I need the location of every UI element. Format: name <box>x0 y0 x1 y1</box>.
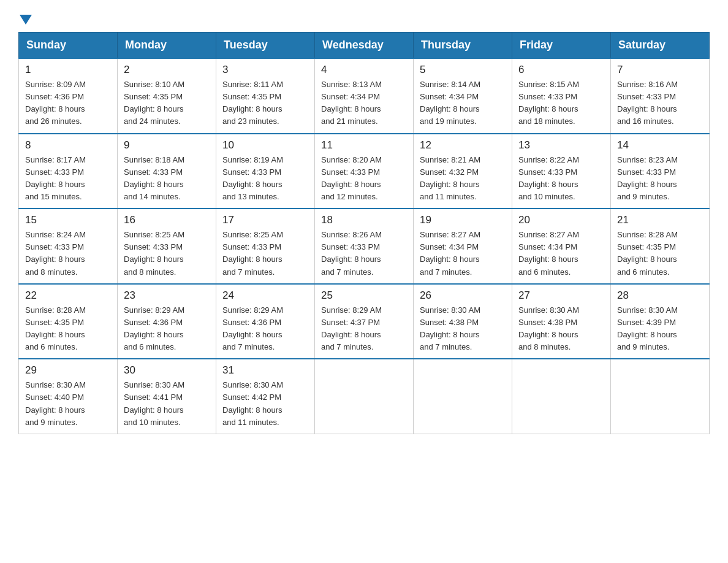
day-number: 6 <box>518 64 604 76</box>
day-number: 1 <box>25 64 111 76</box>
day-info: Sunrise: 8:29 AMSunset: 4:36 PMDaylight:… <box>124 304 210 354</box>
day-cell-8: 8Sunrise: 8:17 AMSunset: 4:33 PMDaylight… <box>19 134 118 209</box>
empty-cell <box>611 359 710 434</box>
day-info: Sunrise: 8:20 AMSunset: 4:33 PMDaylight:… <box>321 154 407 204</box>
logo-triangle-icon <box>20 13 32 26</box>
day-cell-24: 24Sunrise: 8:29 AMSunset: 4:36 PMDayligh… <box>216 284 315 359</box>
day-number: 8 <box>25 139 111 151</box>
day-info: Sunrise: 8:25 AMSunset: 4:33 PMDaylight:… <box>124 229 210 278</box>
day-cell-20: 20Sunrise: 8:27 AMSunset: 4:34 PMDayligh… <box>512 209 611 284</box>
day-info: Sunrise: 8:13 AMSunset: 4:34 PMDaylight:… <box>321 79 407 128</box>
week-row-1: 1Sunrise: 8:09 AMSunset: 4:36 PMDaylight… <box>19 58 710 134</box>
day-cell-3: 3Sunrise: 8:11 AMSunset: 4:35 PMDaylight… <box>216 58 315 134</box>
day-info: Sunrise: 8:21 AMSunset: 4:32 PMDaylight:… <box>420 154 506 204</box>
day-info: Sunrise: 8:25 AMSunset: 4:33 PMDaylight:… <box>222 229 308 278</box>
day-number: 25 <box>321 289 407 302</box>
day-cell-18: 18Sunrise: 8:26 AMSunset: 4:33 PMDayligh… <box>315 209 414 284</box>
day-cell-1: 1Sunrise: 8:09 AMSunset: 4:36 PMDaylight… <box>19 58 118 134</box>
day-number: 7 <box>617 64 703 76</box>
logo <box>18 12 32 26</box>
day-number: 17 <box>222 214 308 226</box>
day-info: Sunrise: 8:26 AMSunset: 4:33 PMDaylight:… <box>321 229 407 278</box>
day-info: Sunrise: 8:11 AMSunset: 4:35 PMDaylight:… <box>222 79 308 128</box>
day-number: 12 <box>420 139 506 151</box>
day-info: Sunrise: 8:19 AMSunset: 4:33 PMDaylight:… <box>222 154 308 204</box>
day-info: Sunrise: 8:24 AMSunset: 4:33 PMDaylight:… <box>25 229 111 278</box>
day-number: 27 <box>518 289 604 302</box>
day-cell-2: 2Sunrise: 8:10 AMSunset: 4:35 PMDaylight… <box>118 58 216 134</box>
day-info: Sunrise: 8:28 AMSunset: 4:35 PMDaylight:… <box>617 229 703 278</box>
header-saturday: Saturday <box>611 33 710 59</box>
svg-marker-0 <box>20 15 32 25</box>
day-number: 24 <box>222 289 308 302</box>
day-number: 13 <box>518 139 604 151</box>
day-cell-12: 12Sunrise: 8:21 AMSunset: 4:32 PMDayligh… <box>414 134 512 209</box>
header-thursday: Thursday <box>414 33 512 59</box>
day-info: Sunrise: 8:30 AMSunset: 4:41 PMDaylight:… <box>124 379 210 429</box>
day-cell-4: 4Sunrise: 8:13 AMSunset: 4:34 PMDaylight… <box>315 58 414 134</box>
day-number: 14 <box>617 139 703 151</box>
day-number: 9 <box>124 139 210 151</box>
page-header <box>18 12 710 26</box>
day-number: 30 <box>124 364 210 377</box>
day-number: 15 <box>25 214 111 226</box>
day-number: 5 <box>420 64 506 76</box>
day-cell-14: 14Sunrise: 8:23 AMSunset: 4:33 PMDayligh… <box>611 134 710 209</box>
empty-cell <box>315 359 414 434</box>
day-cell-29: 29Sunrise: 8:30 AMSunset: 4:40 PMDayligh… <box>19 359 118 434</box>
day-info: Sunrise: 8:18 AMSunset: 4:33 PMDaylight:… <box>124 154 210 204</box>
day-info: Sunrise: 8:10 AMSunset: 4:35 PMDaylight:… <box>124 79 210 128</box>
week-row-4: 22Sunrise: 8:28 AMSunset: 4:35 PMDayligh… <box>19 284 710 359</box>
day-cell-10: 10Sunrise: 8:19 AMSunset: 4:33 PMDayligh… <box>216 134 315 209</box>
day-number: 18 <box>321 214 407 226</box>
day-cell-27: 27Sunrise: 8:30 AMSunset: 4:38 PMDayligh… <box>512 284 611 359</box>
day-number: 16 <box>124 214 210 226</box>
day-info: Sunrise: 8:30 AMSunset: 4:39 PMDaylight:… <box>617 304 703 354</box>
week-row-2: 8Sunrise: 8:17 AMSunset: 4:33 PMDaylight… <box>19 134 710 209</box>
day-cell-5: 5Sunrise: 8:14 AMSunset: 4:34 PMDaylight… <box>414 58 512 134</box>
day-cell-7: 7Sunrise: 8:16 AMSunset: 4:33 PMDaylight… <box>611 58 710 134</box>
day-info: Sunrise: 8:22 AMSunset: 4:33 PMDaylight:… <box>518 154 604 204</box>
day-cell-22: 22Sunrise: 8:28 AMSunset: 4:35 PMDayligh… <box>19 284 118 359</box>
day-cell-30: 30Sunrise: 8:30 AMSunset: 4:41 PMDayligh… <box>118 359 216 434</box>
day-info: Sunrise: 8:16 AMSunset: 4:33 PMDaylight:… <box>617 79 703 128</box>
day-number: 26 <box>420 289 506 302</box>
day-info: Sunrise: 8:23 AMSunset: 4:33 PMDaylight:… <box>617 154 703 204</box>
day-info: Sunrise: 8:27 AMSunset: 4:34 PMDaylight:… <box>420 229 506 278</box>
day-cell-28: 28Sunrise: 8:30 AMSunset: 4:39 PMDayligh… <box>611 284 710 359</box>
day-number: 21 <box>617 214 703 226</box>
day-info: Sunrise: 8:14 AMSunset: 4:34 PMDaylight:… <box>420 79 506 128</box>
week-row-5: 29Sunrise: 8:30 AMSunset: 4:40 PMDayligh… <box>19 359 710 434</box>
day-cell-6: 6Sunrise: 8:15 AMSunset: 4:33 PMDaylight… <box>512 58 611 134</box>
day-number: 4 <box>321 64 407 76</box>
day-info: Sunrise: 8:09 AMSunset: 4:36 PMDaylight:… <box>25 79 111 128</box>
empty-cell <box>414 359 512 434</box>
day-info: Sunrise: 8:17 AMSunset: 4:33 PMDaylight:… <box>25 154 111 204</box>
day-cell-17: 17Sunrise: 8:25 AMSunset: 4:33 PMDayligh… <box>216 209 315 284</box>
day-number: 20 <box>518 214 604 226</box>
day-cell-21: 21Sunrise: 8:28 AMSunset: 4:35 PMDayligh… <box>611 209 710 284</box>
header-sunday: Sunday <box>19 33 118 59</box>
day-cell-26: 26Sunrise: 8:30 AMSunset: 4:38 PMDayligh… <box>414 284 512 359</box>
day-number: 22 <box>25 289 111 302</box>
day-number: 10 <box>222 139 308 151</box>
day-cell-15: 15Sunrise: 8:24 AMSunset: 4:33 PMDayligh… <box>19 209 118 284</box>
day-info: Sunrise: 8:30 AMSunset: 4:42 PMDaylight:… <box>222 379 308 429</box>
day-cell-13: 13Sunrise: 8:22 AMSunset: 4:33 PMDayligh… <box>512 134 611 209</box>
day-info: Sunrise: 8:27 AMSunset: 4:34 PMDaylight:… <box>518 229 604 278</box>
day-info: Sunrise: 8:29 AMSunset: 4:36 PMDaylight:… <box>222 304 308 354</box>
day-cell-9: 9Sunrise: 8:18 AMSunset: 4:33 PMDaylight… <box>118 134 216 209</box>
day-cell-19: 19Sunrise: 8:27 AMSunset: 4:34 PMDayligh… <box>414 209 512 284</box>
day-info: Sunrise: 8:30 AMSunset: 4:38 PMDaylight:… <box>518 304 604 354</box>
week-row-3: 15Sunrise: 8:24 AMSunset: 4:33 PMDayligh… <box>19 209 710 284</box>
day-info: Sunrise: 8:15 AMSunset: 4:33 PMDaylight:… <box>518 79 604 128</box>
day-cell-11: 11Sunrise: 8:20 AMSunset: 4:33 PMDayligh… <box>315 134 414 209</box>
day-number: 31 <box>222 364 308 377</box>
day-number: 28 <box>617 289 703 302</box>
day-number: 3 <box>222 64 308 76</box>
day-cell-23: 23Sunrise: 8:29 AMSunset: 4:36 PMDayligh… <box>118 284 216 359</box>
header-row: SundayMondayTuesdayWednesdayThursdayFrid… <box>19 33 710 59</box>
day-info: Sunrise: 8:30 AMSunset: 4:38 PMDaylight:… <box>420 304 506 354</box>
header-wednesday: Wednesday <box>315 33 414 59</box>
day-info: Sunrise: 8:28 AMSunset: 4:35 PMDaylight:… <box>25 304 111 354</box>
